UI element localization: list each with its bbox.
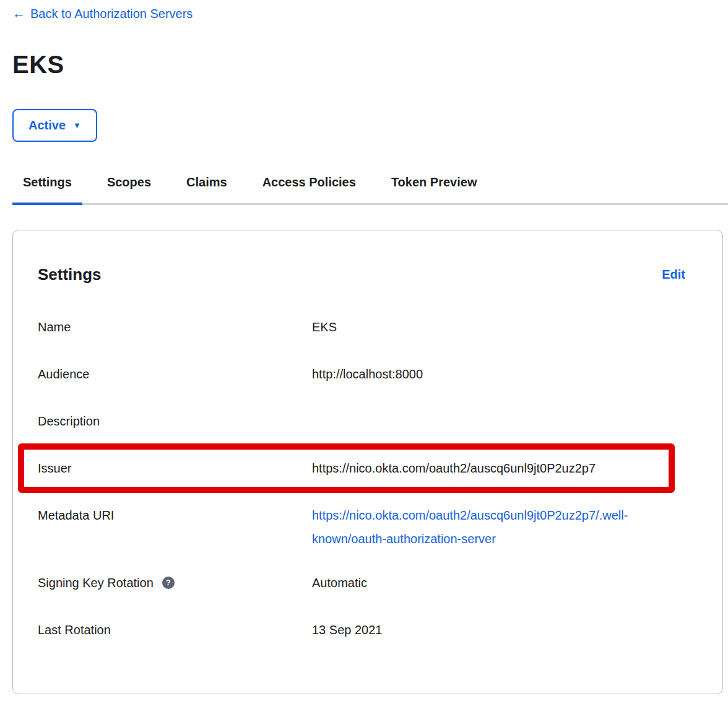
help-icon[interactable]: ?: [162, 577, 175, 589]
field-label: Metadata URI: [38, 508, 312, 523]
edit-button[interactable]: Edit: [662, 265, 685, 284]
back-to-authorization-servers-link[interactable]: ← Back to Authorization Servers: [12, 6, 193, 21]
field-value: https://nico.okta.com/oauth2/auscq6unl9j…: [312, 503, 697, 551]
field-label: Signing Key Rotation ?: [38, 575, 312, 590]
field-row-metadata-uri: Metadata URI https://nico.okta.com/oauth…: [38, 508, 698, 551]
field-value: EKS: [312, 320, 698, 334]
chevron-down-icon: ▼: [73, 120, 81, 132]
tab-access-policies[interactable]: Access Policies: [252, 175, 366, 203]
field-row-audience: Audience http://localhost:8000: [38, 367, 698, 381]
field-value: http://localhost:8000: [312, 367, 698, 381]
field-row-last-rotation: Last Rotation 13 Sep 2021: [38, 622, 698, 637]
back-link-label: Back to Authorization Servers: [30, 7, 193, 21]
field-label: Name: [38, 320, 312, 334]
page-title: EKS: [12, 51, 728, 78]
field-label: Issuer: [38, 461, 312, 476]
issuer-value: https://nico.okta.com/oauth2/auscq6unl9j…: [312, 461, 669, 476]
field-row-signing-key-rotation: Signing Key Rotation ? Automatic: [38, 575, 698, 590]
field-value: 13 Sep 2021: [312, 622, 698, 637]
status-dropdown-button[interactable]: Active ▼: [12, 109, 97, 142]
field-value: Automatic: [312, 575, 698, 590]
back-arrow-icon: ←: [12, 6, 25, 21]
authorization-server-detail-page: ← Back to Authorization Servers EKS Acti…: [0, 0, 728, 694]
tab-bar: Settings Scopes Claims Access Policies T…: [12, 175, 728, 205]
tab-token-preview[interactable]: Token Preview: [381, 175, 488, 203]
settings-card-header: Settings Edit: [38, 265, 698, 284]
metadata-uri-link[interactable]: https://nico.okta.com/oauth2/auscq6unl9j…: [312, 508, 628, 546]
field-label: Audience: [38, 367, 312, 381]
settings-card: Settings Edit Name EKS Audience http://l…: [12, 230, 723, 694]
field-row-issuer: Issuer https://nico.okta.com/oauth2/ausc…: [38, 461, 669, 476]
field-label: Last Rotation: [38, 622, 312, 637]
status-label: Active: [28, 118, 66, 133]
tab-scopes[interactable]: Scopes: [97, 175, 162, 203]
settings-card-title: Settings: [38, 265, 102, 284]
field-label: Description: [38, 414, 312, 429]
field-row-description: Description: [38, 414, 698, 429]
tab-settings[interactable]: Settings: [12, 175, 82, 203]
field-row-name: Name EKS: [38, 320, 698, 334]
tab-claims[interactable]: Claims: [176, 175, 238, 203]
issuer-highlight-annotation: Issuer https://nico.okta.com/oauth2/ausc…: [18, 443, 675, 493]
field-label-text: Signing Key Rotation: [38, 575, 154, 590]
